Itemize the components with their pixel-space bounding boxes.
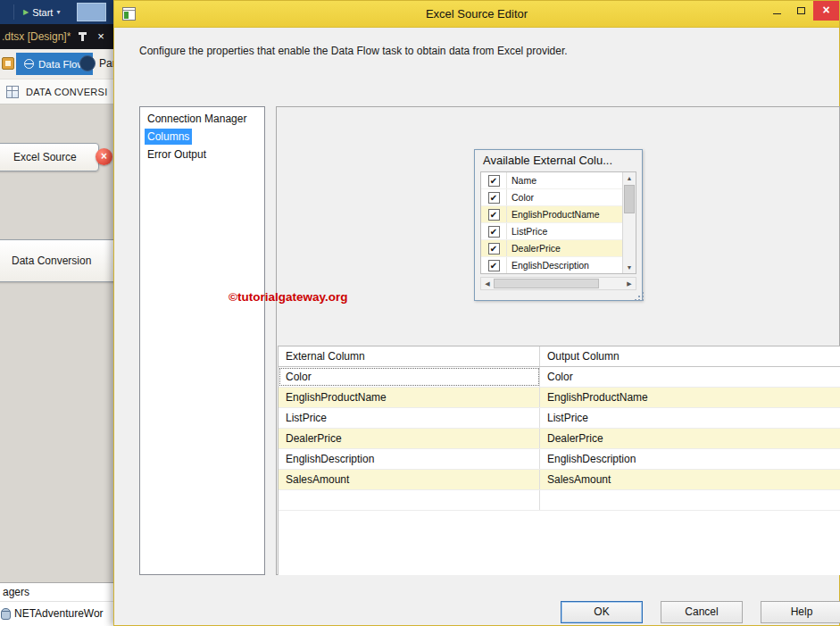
resize-gripper[interactable] — [638, 296, 640, 297]
data-flow-label: Data Flow — [38, 59, 85, 70]
table-row[interactable]: EnglishProductName EnglishProductName — [279, 388, 840, 408]
scroll-down-icon[interactable]: ▼ — [623, 262, 636, 273]
vertical-scrollbar[interactable]: ▲ ▼ — [622, 172, 636, 273]
column-mapping-table: External Column Output Column Color Colo… — [278, 346, 840, 575]
table-row[interactable]: DealerPrice DealerPrice — [279, 429, 840, 449]
toolbar-field[interactable] — [77, 3, 106, 21]
external-column-cell[interactable]: EnglishProductName — [279, 388, 540, 407]
toolbar-title: DATA CONVERSI — [26, 79, 108, 104]
start-button-label: Start — [32, 7, 53, 18]
available-column-row[interactable]: ✔ EnglishProductName — [481, 206, 636, 223]
external-column-cell[interactable]: ListPrice — [279, 408, 540, 428]
available-columns-list: ✔ Name ✔ Color ✔ EnglishProductName ✔ Li… — [480, 171, 636, 274]
table-row[interactable]: ListPrice ListPrice — [279, 408, 840, 429]
external-column-cell[interactable]: EnglishDescription — [279, 449, 540, 469]
checkbox-checked[interactable]: ✔ — [488, 209, 500, 221]
checkbox-cell: ✔ — [481, 240, 507, 256]
chevron-down-icon: ▾ — [56, 9, 60, 16]
designer-tab-row: Data Flow Par — [0, 49, 113, 79]
checkbox-cell: ✔ — [481, 206, 507, 222]
maximize-button[interactable] — [789, 1, 813, 21]
database-icon — [1, 608, 11, 620]
tab-close-icon[interactable]: × — [93, 24, 109, 49]
output-column-cell[interactable]: EnglishDescription — [540, 449, 840, 469]
available-external-columns-box: Available External Colu... ✔ Name ✔ Colo… — [474, 149, 643, 301]
horizontal-scrollbar[interactable]: ◀ ▶ — [480, 277, 636, 290]
checkbox-checked[interactable]: ✔ — [488, 192, 500, 204]
play-icon: ▶ — [23, 9, 29, 16]
dialog-description: Configure the properties that enable the… — [139, 45, 568, 57]
output-column-cell[interactable]: Color — [540, 367, 840, 387]
checkbox-checked[interactable]: ✔ — [488, 243, 500, 255]
external-column-cell[interactable]: SalesAmount — [279, 470, 540, 489]
close-button[interactable]: × — [813, 1, 839, 21]
nav-item-error-output[interactable]: Error Output — [145, 146, 209, 163]
output-column-cell[interactable]: SalesAmount — [540, 470, 840, 489]
minimize-button[interactable] — [765, 1, 789, 21]
document-tab[interactable]: .dtsx [Design]* — [2, 24, 71, 49]
scroll-up-icon[interactable]: ▲ — [623, 172, 636, 184]
table-row[interactable]: Color Color — [279, 367, 840, 388]
toolbar-separator — [13, 4, 14, 20]
column-name: DealerPrice — [507, 243, 561, 254]
connection-manager-item[interactable]: NETAdventureWor — [1, 607, 104, 620]
check-icon: ✔ — [490, 193, 497, 203]
check-icon: ✔ — [490, 176, 497, 186]
designer-toolbar: DATA CONVERSI — [0, 79, 113, 104]
output-column-cell[interactable]: DealerPrice — [540, 429, 840, 448]
dialog-title-bar[interactable]: Excel Source Editor × — [114, 1, 839, 28]
cancel-button[interactable]: Cancel — [661, 601, 743, 623]
excel-source-editor-dialog: Excel Source Editor × Configure the prop… — [113, 0, 840, 626]
scrollbar-thumb[interactable] — [494, 279, 599, 288]
external-column-header: External Column — [279, 346, 540, 366]
pin-icon[interactable] — [81, 33, 84, 41]
checkbox-cell: ✔ — [481, 223, 507, 239]
available-column-row[interactable]: ✔ Color — [481, 189, 636, 206]
watermark-text: ©tutorialgateway.org — [229, 290, 347, 304]
available-column-row[interactable]: ✔ DealerPrice — [481, 240, 636, 257]
available-column-row[interactable]: ✔ Name — [481, 172, 636, 189]
data-conversion-task[interactable]: Data Conversion — [0, 239, 121, 282]
output-column-cell[interactable] — [540, 490, 840, 510]
checkbox-checked[interactable]: ✔ — [488, 175, 500, 187]
ok-button[interactable]: OK — [561, 601, 643, 623]
nav-item-columns[interactable]: Columns — [145, 129, 192, 145]
available-column-row[interactable]: ✔ EnglishDescription — [481, 257, 636, 274]
output-column-cell[interactable]: EnglishProductName — [540, 388, 840, 407]
scroll-right-icon[interactable]: ▶ — [623, 278, 636, 289]
pages-list: Connection Manager Columns Error Output — [139, 106, 265, 575]
column-name: EnglishDescription — [507, 260, 589, 271]
excel-source-task[interactable]: Excel Source — [0, 143, 99, 171]
check-icon: ✔ — [490, 261, 497, 271]
external-column-cell[interactable] — [279, 490, 540, 510]
nav-item-connection-manager[interactable]: Connection Manager — [145, 111, 249, 127]
scroll-left-icon[interactable]: ◀ — [481, 278, 494, 289]
external-column-cell[interactable]: Color — [279, 367, 540, 387]
connection-manager-name: NETAdventureWor — [14, 607, 104, 620]
start-button[interactable]: ▶ Start ▾ — [18, 3, 65, 21]
data-conversion-icon — [6, 86, 19, 98]
excel-source-label: Excel Source — [13, 151, 77, 163]
help-button[interactable]: Help — [761, 601, 840, 623]
table-row[interactable]: EnglishDescription EnglishDescription — [279, 449, 840, 470]
available-external-columns-title: Available External Colu... — [475, 150, 642, 171]
column-name: ListPrice — [507, 226, 547, 237]
table-row[interactable]: SalesAmount SalesAmount — [279, 470, 840, 490]
column-name: EnglishProductName — [507, 209, 600, 220]
parameters-icon[interactable] — [79, 55, 96, 71]
columns-page-panel: Available External Colu... ✔ Name ✔ Colo… — [276, 106, 840, 575]
dialog-title: Excel Source Editor — [114, 1, 839, 27]
checkbox-checked[interactable]: ✔ — [488, 260, 500, 271]
output-column-cell[interactable]: ListPrice — [540, 408, 840, 428]
available-column-row[interactable]: ✔ ListPrice — [481, 223, 636, 240]
column-name: Color — [507, 192, 534, 203]
control-flow-icon[interactable] — [2, 57, 14, 70]
table-row-empty[interactable] — [279, 490, 840, 511]
screenshot-canvas: ▶ Start ▾ .dtsx [Design]* × Data Flow Pa… — [0, 0, 840, 626]
error-badge-icon: × — [96, 148, 112, 165]
design-surface: Excel Source × Data Conversion — [0, 104, 113, 582]
checkbox-checked[interactable]: ✔ — [488, 226, 500, 238]
scrollbar-thumb[interactable] — [624, 185, 635, 213]
ide-top-bar: ▶ Start ▾ — [0, 0, 113, 24]
external-column-cell[interactable]: DealerPrice — [279, 429, 540, 448]
